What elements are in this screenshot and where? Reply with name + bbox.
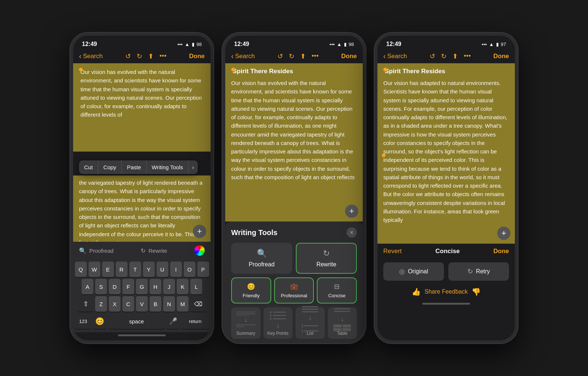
key-c[interactable]: C <box>122 296 134 312</box>
search-label-2[interactable]: Search <box>235 53 255 60</box>
done-button-3[interactable]: Done <box>493 53 509 60</box>
key-d[interactable]: D <box>109 279 121 294</box>
key-123[interactable]: 123 <box>75 313 92 329</box>
retry-button[interactable]: ↻ Retry <box>448 262 509 281</box>
summary-button[interactable]: ↓ Summary <box>231 307 261 339</box>
revert-button[interactable]: Revert <box>383 248 402 255</box>
key-n[interactable]: N <box>163 296 175 312</box>
key-h[interactable]: H <box>150 279 161 294</box>
plus-button-3[interactable]: + <box>502 228 506 238</box>
friendly-button[interactable]: 😊 Friendly <box>231 277 271 304</box>
key-e[interactable]: E <box>102 262 114 277</box>
search-label-1[interactable]: Search <box>83 53 103 60</box>
undo-icon-3[interactable]: ↺ <box>430 52 435 60</box>
wt-row1: 🔍 Proofread ↻ Rewrite <box>231 243 357 274</box>
key-k[interactable]: K <box>177 279 189 294</box>
done-button-3b[interactable]: Done <box>494 248 509 255</box>
original-label: Original <box>408 268 428 275</box>
more-icon-3[interactable]: ••• <box>464 52 471 60</box>
status-icons-2: ▪▪▪ ▲ ▮ 98 <box>330 42 354 47</box>
key-u[interactable]: U <box>157 262 168 277</box>
summary-label: Summary <box>236 331 255 336</box>
table-button[interactable]: ↓ Table <box>328 307 357 339</box>
key-o[interactable]: O <box>184 262 196 277</box>
key-points-label: Key Points <box>268 331 288 336</box>
thumbs-up-icon[interactable]: 👍 <box>412 287 421 296</box>
friendly-label: Friendly <box>243 293 259 298</box>
proofread-label-1[interactable]: Proofread <box>89 248 114 254</box>
plus-button-1[interactable]: + <box>197 227 202 236</box>
status-icons-3: ▪▪▪ ▲ ▮ 97 <box>482 42 506 47</box>
redo-icon-2[interactable]: ↻ <box>289 52 294 60</box>
nav-back-1[interactable]: ‹ Search <box>79 52 103 60</box>
share-feedback-label[interactable]: Share Feedback <box>424 288 467 295</box>
writing-tools-button[interactable]: Writing Tools <box>147 160 189 174</box>
retry-label: Retry <box>476 268 490 275</box>
key-m[interactable]: M <box>177 296 189 312</box>
nav-bar-1: ‹ Search ↺ ↻ ⬆ ••• Done <box>73 50 211 63</box>
signal-icon-3: ▪▪▪ <box>482 42 487 47</box>
key-s[interactable]: S <box>95 279 107 294</box>
undo-icon-2[interactable]: ↺ <box>277 52 283 60</box>
key-g[interactable]: G <box>136 279 148 294</box>
key-w[interactable]: W <box>89 262 100 277</box>
original-button[interactable]: ◎ Original <box>383 262 444 281</box>
redo-icon-1[interactable]: ↻ <box>137 52 142 60</box>
content-text-3: Our vision has adapted to natural enviro… <box>383 79 509 224</box>
thumbs-down-icon[interactable]: 👎 <box>472 287 481 296</box>
key-shift[interactable]: ⇧ <box>78 296 93 312</box>
key-emoji[interactable]: 😊 <box>93 313 106 329</box>
professional-button[interactable]: 💼 Professional <box>274 277 314 304</box>
key-z[interactable]: Z <box>95 296 107 312</box>
key-v[interactable]: V <box>136 296 148 312</box>
share-icon-1[interactable]: ⬆ <box>148 52 154 60</box>
share-icon-3[interactable]: ⬆ <box>452 52 458 60</box>
key-j[interactable]: J <box>163 279 175 294</box>
content-text-2: Our vision has evolved with the natural … <box>231 79 357 181</box>
share-icon-2[interactable]: ⬆ <box>300 52 306 60</box>
search-label-3[interactable]: Search <box>387 53 407 60</box>
more-icon-1[interactable]: ••• <box>159 52 166 60</box>
concise-button[interactable]: ⊟ Concise <box>317 277 357 304</box>
key-x[interactable]: X <box>109 296 121 312</box>
redo-icon-3[interactable]: ↻ <box>441 52 447 60</box>
key-mic[interactable]: 🎤 <box>167 313 180 329</box>
done-button-2[interactable]: Done <box>341 53 357 60</box>
rewrite-label-1[interactable]: Rewrite <box>148 248 167 254</box>
key-points-button[interactable]: ↓ Key Points <box>263 307 293 339</box>
key-q[interactable]: Q <box>75 262 87 277</box>
nav-bar-3: ‹ Search ↺ ↻ ⬆ ••• Done <box>377 50 515 63</box>
key-l[interactable]: L <box>190 279 202 294</box>
copy-button[interactable]: Copy <box>98 160 122 174</box>
key-y[interactable]: Y <box>143 262 155 277</box>
friendly-icon: 😊 <box>247 283 255 291</box>
proofread-button[interactable]: 🔍 Proofread <box>231 243 292 274</box>
paste-button[interactable]: Paste <box>122 160 146 174</box>
concise-icon: ⊟ <box>334 283 340 291</box>
proofread-icon-1: 🔍 <box>79 247 86 254</box>
key-return[interactable]: return <box>182 313 209 329</box>
key-b[interactable]: B <box>150 296 161 312</box>
key-t[interactable]: T <box>129 262 141 277</box>
nav-back-2[interactable]: ‹ Search <box>231 52 255 60</box>
plus-button-2[interactable]: + <box>349 206 354 216</box>
key-r[interactable]: R <box>116 262 128 277</box>
rewrite-button[interactable]: ↻ Rewrite <box>296 243 357 274</box>
key-delete[interactable]: ⌫ <box>190 296 206 312</box>
cut-button[interactable]: Cut <box>79 160 98 174</box>
signal-icon: ▪▪▪ <box>178 42 183 47</box>
done-button-1[interactable]: Done <box>189 53 205 60</box>
key-a[interactable]: A <box>82 279 93 294</box>
nav-back-3[interactable]: ‹ Search <box>383 52 407 60</box>
key-f[interactable]: F <box>122 279 134 294</box>
wt-close-button[interactable]: ✕ <box>347 227 357 238</box>
content-title-3: Spirit There Resides <box>383 68 509 75</box>
key-space[interactable]: space <box>108 313 165 329</box>
undo-icon-1[interactable]: ↺ <box>125 52 131 60</box>
context-more-icon[interactable]: › <box>189 161 198 174</box>
list-button[interactable]: ↓ List <box>295 307 325 339</box>
more-icon-2[interactable]: ••• <box>312 52 319 60</box>
key-p[interactable]: P <box>197 262 209 277</box>
key-i[interactable]: I <box>170 262 182 277</box>
battery-level-2: 98 <box>349 42 354 47</box>
